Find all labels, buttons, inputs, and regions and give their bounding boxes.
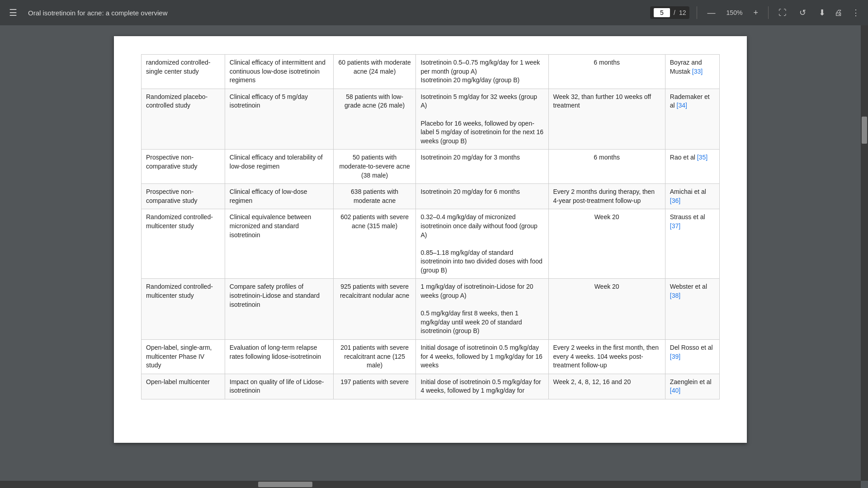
menu-icon[interactable]: ☰	[5, 4, 21, 22]
print-button[interactable]: 🖨	[832, 5, 845, 20]
objective-cell: Clinical efficacy of low-dose regimen	[225, 184, 333, 209]
objective-cell: Clinical equivalence between micronized …	[225, 209, 333, 279]
objective-cell: Impact on quality of life of Lidose-isot…	[225, 374, 333, 399]
reference-cell: Strauss et al [37]	[665, 209, 719, 279]
followup-cell: 6 months	[548, 150, 665, 184]
scrollbar-bottom[interactable]	[0, 481, 861, 488]
ref-link[interactable]: [40]	[670, 387, 680, 394]
scrollbar-right[interactable]	[861, 25, 868, 481]
ref-link[interactable]: [39]	[670, 353, 680, 360]
patients-cell: 201 patients with severe recalcitrant ac…	[333, 340, 416, 374]
scrollbar-thumb-bottom[interactable]	[258, 482, 312, 487]
table-row: Open-label, single-arm, multicenter Phas…	[142, 340, 720, 374]
history-button[interactable]: ↺	[797, 5, 809, 20]
page-separator: /	[674, 9, 675, 16]
study-type-cell: Prospective non-comparative study	[142, 184, 225, 209]
followup-cell: Week 32, than further 10 weeks off treat…	[548, 89, 665, 150]
followup-cell: Week 2, 4, 8, 12, 16 and 20	[548, 374, 665, 399]
page-navigation: / 12	[650, 6, 689, 19]
treatment-cell: Initial dose of isotretinoin 0.5 mg/kg/d…	[416, 374, 548, 399]
zoom-in-button[interactable]: +	[750, 8, 761, 18]
toolbar-divider-2	[768, 6, 769, 19]
followup-cell: Week 20	[548, 209, 665, 279]
table-row: Prospective non-comparative study Clinic…	[142, 150, 720, 184]
treatment-cell: 0.32–0.4 mg/kg/day of micronized isotret…	[416, 209, 548, 279]
objective-cell: Compare safety profiles of isotretinoin-…	[225, 279, 333, 340]
patients-cell: 60 patients with moderate acne (24 male)	[333, 55, 416, 89]
reference-cell: Boyraz and Mustak [33]	[665, 55, 719, 89]
patients-cell: 50 patients with moderate-to-severe acne…	[333, 150, 416, 184]
table-row: randomized controlled-single center stud…	[142, 55, 720, 89]
study-type-cell: Prospective non-comparative study	[142, 150, 225, 184]
patients-cell: 925 patients with severe recalcitrant no…	[333, 279, 416, 340]
objective-cell: Clinical efficacy and tolerability of lo…	[225, 150, 333, 184]
study-type-cell: Randomized controlled-multicenter study	[142, 279, 225, 340]
patients-cell: 58 patients with low-grade acne (26 male…	[333, 89, 416, 150]
total-pages: 12	[679, 9, 686, 16]
reference-cell: Rao et al [35]	[665, 150, 719, 184]
reference-cell: Zaenglein et al [40]	[665, 374, 719, 399]
treatment-cell: Isotretinoin 20 mg/day for 3 months	[416, 150, 548, 184]
fit-page-button[interactable]: ⛶	[776, 5, 789, 20]
reference-cell: Amichai et al [36]	[665, 184, 719, 209]
document-title: Oral isotretinoin for acne: a complete o…	[28, 9, 643, 17]
treatment-cell: Isotretinoin 5 mg/day for 32 weeks (grou…	[416, 89, 548, 150]
toolbar-right-actions: ⬇ 🖨 ⋮	[816, 5, 863, 20]
reference-cell: Webster et al [38]	[665, 279, 719, 340]
reference-cell: Del Rosso et al [39]	[665, 340, 719, 374]
patients-cell: 197 patients with severe	[333, 374, 416, 399]
ref-link[interactable]: [34]	[677, 102, 687, 109]
objective-cell: Clinical efficacy of 5 mg/day isotretino…	[225, 89, 333, 150]
table-row: Prospective non-comparative study Clinic…	[142, 184, 720, 209]
followup-cell: Week 20	[548, 279, 665, 340]
study-type-cell: randomized controlled-single center stud…	[142, 55, 225, 89]
study-type-cell: Open-label, single-arm, multicenter Phas…	[142, 340, 225, 374]
study-type-cell: Open-label multicenter	[142, 374, 225, 399]
treatment-cell: Isotretinoin 0.5–0.75 mg/kg/day for 1 we…	[416, 55, 548, 89]
study-type-cell: Randomized controlled-multicenter study	[142, 209, 225, 279]
pdf-page: randomized controlled-single center stud…	[114, 36, 747, 443]
patients-cell: 638 patients with moderate acne	[333, 184, 416, 209]
table-row: Randomized controlled-multicenter study …	[142, 279, 720, 340]
treatment-cell: Initial dosage of isotretinoin 0.5 mg/kg…	[416, 340, 548, 374]
followup-cell: Every 2 months during therapy, then 4-ye…	[548, 184, 665, 209]
followup-cell: Every 2 weeks in the first month, then e…	[548, 340, 665, 374]
toolbar: ☰ Oral isotretinoin for acne: a complete…	[0, 0, 868, 25]
patients-cell: 602 patients with severe acne (315 male)	[333, 209, 416, 279]
objective-cell: Clinical efficacy of intermittent and co…	[225, 55, 333, 89]
reference-cell: Rademaker et al [34]	[665, 89, 719, 150]
download-button[interactable]: ⬇	[816, 5, 828, 20]
objective-cell: Evaluation of long-term relapse rates fo…	[225, 340, 333, 374]
ref-link[interactable]: [36]	[670, 197, 680, 204]
study-table: randomized controlled-single center stud…	[141, 54, 720, 399]
treatment-cell: Isotretinoin 20 mg/day for 6 months	[416, 184, 548, 209]
page-number-input[interactable]	[654, 8, 670, 17]
zoom-level: 150%	[725, 9, 743, 16]
study-type-cell: Randomized placebo-controlled study	[142, 89, 225, 150]
toolbar-divider-1	[697, 6, 697, 19]
ref-link[interactable]: [35]	[697, 154, 708, 161]
followup-cell: 6 months	[548, 55, 665, 89]
ref-link[interactable]: [38]	[670, 292, 680, 299]
scrollbar-thumb-right[interactable]	[862, 117, 867, 144]
ref-link[interactable]: [33]	[692, 68, 703, 75]
pdf-viewer[interactable]: randomized controlled-single center stud…	[0, 25, 861, 481]
more-options-button[interactable]: ⋮	[849, 5, 863, 20]
ref-link[interactable]: [37]	[670, 222, 680, 230]
treatment-cell: 1 mg/kg/day of isotretinoin-Lidose for 2…	[416, 279, 548, 340]
zoom-out-button[interactable]: —	[704, 8, 718, 18]
table-row: Randomized placebo-controlled study Clin…	[142, 89, 720, 150]
table-row: Open-label multicenter Impact on quality…	[142, 374, 720, 399]
table-row: Randomized controlled-multicenter study …	[142, 209, 720, 279]
